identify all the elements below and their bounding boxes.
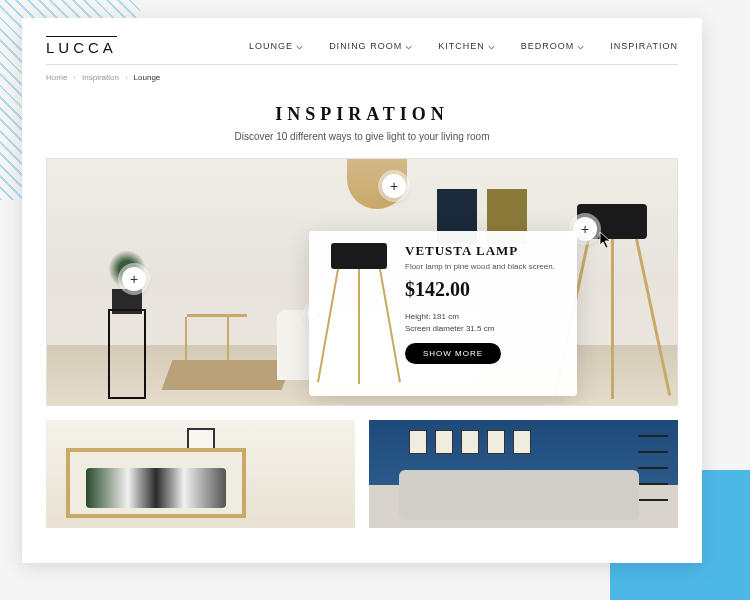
product-popup: VETUSTA LAMP Floor lamp in pine wood and… xyxy=(309,231,577,396)
chevron-down-icon xyxy=(296,43,303,50)
breadcrumb-inspiration[interactable]: Inspiration xyxy=(82,73,119,82)
product-info: VETUSTA LAMP Floor lamp in pine wood and… xyxy=(405,243,563,384)
hotspot-pendant[interactable] xyxy=(382,174,406,198)
chevron-down-icon xyxy=(488,43,495,50)
rug xyxy=(162,360,293,390)
header: LUCCA LOUNGE DINING ROOM KITCHEN BEDROOM… xyxy=(46,36,678,65)
spec-height: Height: 181 cm xyxy=(405,311,563,323)
product-image xyxy=(323,243,395,383)
main-nav: LOUNGE DINING ROOM KITCHEN BEDROOM INSPI… xyxy=(249,41,678,51)
product-description: Floor lamp in pine wood and black screen… xyxy=(405,262,563,272)
spec-diameter: Screen diameter 31.5 cm xyxy=(405,323,563,335)
nav-bedroom[interactable]: BEDROOM xyxy=(521,41,585,51)
product-price: $142.00 xyxy=(405,278,563,301)
page-card: LUCCA LOUNGE DINING ROOM KITCHEN BEDROOM… xyxy=(22,18,702,563)
nav-kitchen[interactable]: KITCHEN xyxy=(438,41,495,51)
nav-inspiration-label: INSPIRATION xyxy=(610,41,678,51)
gallery-item[interactable] xyxy=(46,420,355,528)
product-specs: Height: 181 cm Screen diameter 31.5 cm xyxy=(405,311,563,335)
nav-dining-room[interactable]: DINING ROOM xyxy=(329,41,412,51)
breadcrumb-current: Lounge xyxy=(134,73,161,82)
chevron-right-icon: › xyxy=(73,73,76,82)
gallery xyxy=(46,420,678,528)
breadcrumb: Home › Inspiration › Lounge xyxy=(46,73,678,82)
brand-logo[interactable]: LUCCA xyxy=(46,36,117,56)
chevron-down-icon xyxy=(577,43,584,50)
nav-dining-label: DINING ROOM xyxy=(329,41,402,51)
nav-lounge[interactable]: LOUNGE xyxy=(249,41,303,51)
nav-bedroom-label: BEDROOM xyxy=(521,41,575,51)
page-subtitle: Discover 10 different ways to give light… xyxy=(46,131,678,142)
nav-lounge-label: LOUNGE xyxy=(249,41,293,51)
page-title: INSPIRATION xyxy=(46,104,678,125)
product-name: VETUSTA LAMP xyxy=(405,243,563,259)
chevron-right-icon: › xyxy=(125,73,128,82)
hotspot-plant[interactable] xyxy=(122,267,146,291)
gallery-item[interactable] xyxy=(369,420,678,528)
breadcrumb-home[interactable]: Home xyxy=(46,73,67,82)
chevron-down-icon xyxy=(405,43,412,50)
show-more-button[interactable]: SHOW MORE xyxy=(405,343,501,364)
nav-inspiration[interactable]: INSPIRATION xyxy=(610,41,678,51)
cursor-icon xyxy=(599,231,613,249)
nav-kitchen-label: KITCHEN xyxy=(438,41,485,51)
hero-room-image: VETUSTA LAMP Floor lamp in pine wood and… xyxy=(46,158,678,406)
